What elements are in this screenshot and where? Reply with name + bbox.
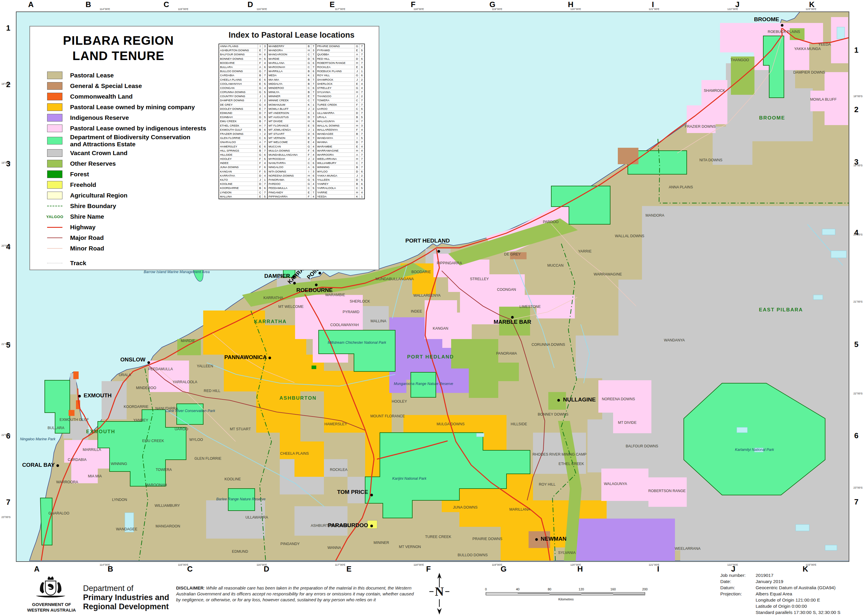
station-label: BULLARA xyxy=(48,426,65,430)
shire-name-label: BROOME xyxy=(759,115,785,121)
index-grid-letter: E xyxy=(307,124,311,128)
index-grid-number: 7 xyxy=(311,52,316,57)
index-grid-number: 5 xyxy=(263,195,268,199)
legend-item-16: Minor Road xyxy=(47,243,212,254)
index-lease-name: MT ANDERSON xyxy=(268,111,307,115)
index-grid-number: 7 xyxy=(263,140,268,144)
longitude-tick-top: 114°00'E xyxy=(99,8,110,11)
index-lease-name: KILTO xyxy=(219,178,258,182)
index-grid-number: 5 xyxy=(263,157,268,161)
index-lease-name: ETHEL CREEK xyxy=(219,124,258,128)
index-lease-name: CHEELA PLAINS xyxy=(219,78,258,82)
scale-tick-label: 160 xyxy=(611,588,616,591)
longitude-tick-top: 117°00'E xyxy=(335,8,345,11)
index-grid-letter: H xyxy=(355,190,360,195)
index-lease-name: MALLINA xyxy=(219,195,258,199)
town-dot xyxy=(319,272,321,275)
index-grid-number: 6 xyxy=(263,52,268,57)
park-label: Millstream Chichester National Park xyxy=(328,341,386,345)
index-grid-letter: H xyxy=(355,119,360,123)
latitude-tick-right: 22°00'S xyxy=(853,392,862,395)
index-grid-letter: J xyxy=(258,94,263,98)
index-lease-name: MUNDABULLANGANA xyxy=(268,153,307,157)
index-lease-name: MARILLANA xyxy=(268,61,307,65)
index-grid-number: 6 xyxy=(263,145,268,149)
station-label: KANGAN xyxy=(433,326,449,330)
index-lease-name: DAMPIER DOWNS xyxy=(219,98,258,102)
shire-name-label: EAST PILBARA xyxy=(759,307,803,313)
town-label: ROEBOURNE xyxy=(296,287,333,293)
legend-line-sample xyxy=(47,248,63,249)
latitude-tick-right: 18°00'S xyxy=(853,95,862,98)
index-lease-name: TUREE CREEK xyxy=(316,103,355,107)
index-lease-name: MUCCAN xyxy=(268,145,307,149)
index-grid-letter: F xyxy=(307,149,311,153)
index-grid-number: 3 xyxy=(263,44,268,48)
station-label: EXMOUTH GULF xyxy=(60,418,89,422)
legend-swatch xyxy=(47,72,63,79)
station-label: EDMUND xyxy=(232,550,248,554)
station-label: MARDIE xyxy=(181,339,195,343)
info-label xyxy=(720,609,755,615)
index-grid-letter: A xyxy=(258,140,263,144)
index-grid-number: 2 xyxy=(360,78,364,82)
info-label: Date: xyxy=(720,578,755,585)
index-lease-name: HILL SPRINGS xyxy=(219,149,258,153)
index-lease-name: NITA DOWNS xyxy=(268,170,307,174)
longitude-tick-top: 122°00'E xyxy=(727,8,738,11)
latitude-tick-right: 23°00'S xyxy=(853,486,862,489)
legend-item-label: Other Reserves xyxy=(70,160,116,167)
longitude-tick-top: 123°00'E xyxy=(806,8,816,11)
index-grid-letter: A xyxy=(355,52,360,57)
index-grid-number: 4 xyxy=(263,61,268,65)
legend-item-label: Agricultural Region xyxy=(70,192,127,199)
info-label xyxy=(720,597,755,603)
town-label: MARBLE BAR xyxy=(494,319,531,325)
index-grid-number: 2 xyxy=(311,107,316,111)
index-grid-number: 6 xyxy=(263,153,268,157)
legend-item-label: Shire Boundary xyxy=(70,203,116,209)
town-dot xyxy=(315,284,318,286)
legend-item-label: Department of Biodiversity Conservation … xyxy=(70,134,200,148)
index-grid-letter: G xyxy=(307,145,311,149)
town-dot xyxy=(781,24,784,27)
station-label: TOWERA xyxy=(156,468,172,472)
index-grid-number: 2 xyxy=(360,174,364,178)
index-grid-letter: H xyxy=(307,119,311,123)
legend-item-11: Agricultural Region xyxy=(47,190,212,201)
grid-number-right: 2 xyxy=(854,105,858,114)
index-lease-name: WILLIAMBURY xyxy=(316,161,355,165)
index-grid-letter: C xyxy=(355,161,360,165)
index-grid-letter: B xyxy=(258,128,263,132)
index-grid-letter: J xyxy=(258,98,263,102)
index-grid-number: 6 xyxy=(263,78,268,82)
station-label: WARRAWAGINE xyxy=(594,272,622,277)
index-lease-name: YARRIE xyxy=(316,190,355,195)
index-lease-name: WYLOO xyxy=(316,170,355,174)
town-dot xyxy=(269,357,271,359)
info-label xyxy=(720,603,755,609)
index-lease-name: EXMOUTH GULF xyxy=(219,128,258,132)
town-dot xyxy=(293,282,296,284)
town-dot xyxy=(370,525,373,527)
index-grid-letter: G xyxy=(307,61,311,65)
station-label: HOOLEY xyxy=(392,399,407,404)
station-label: JUNA DOWNS xyxy=(453,505,477,509)
index-grid-number: 7 xyxy=(311,136,316,140)
index-lease-name: WINNING xyxy=(316,165,355,169)
station-label: NITA DOWNS xyxy=(699,158,722,162)
info-label: Datum: xyxy=(720,585,755,591)
station-label: WANDANYA xyxy=(664,338,685,342)
index-lease-name: MT AUGUSTUS xyxy=(268,115,307,119)
index-grid-letter: H xyxy=(355,157,360,161)
index-lease-name: EMU CREEK xyxy=(219,119,258,123)
index-lease-name: KOORDARRIE xyxy=(219,186,258,190)
index-lease-name: STRELLEY xyxy=(316,86,355,90)
town-label: PARABURDOO xyxy=(328,522,368,528)
index-grid-letter: B xyxy=(258,186,263,190)
station-label: ROBERTSON RANGE xyxy=(648,489,686,493)
station-label: SHAMROCK xyxy=(704,89,725,93)
town-label: EXMOUTH xyxy=(83,392,112,399)
index-grid-number: 7 xyxy=(263,73,268,77)
legend-item-1: General & Special Lease xyxy=(47,81,212,91)
